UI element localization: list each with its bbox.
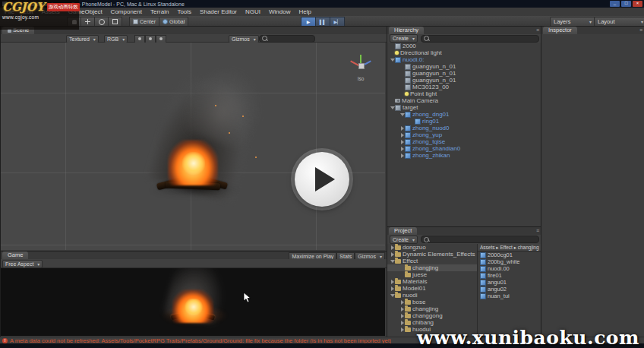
- disclosure-triangle-icon[interactable]: [390, 294, 395, 297]
- render-channel-dropdown[interactable]: RGB▾: [104, 35, 128, 43]
- scene-view-toolbar: Textured▾ RGB▾ Gizmos▾: [1, 34, 387, 43]
- project-folder[interactable]: Materials: [387, 278, 477, 285]
- hierarchy-item[interactable]: zhong_tqise: [387, 138, 541, 145]
- disclosure-triangle-icon[interactable]: [401, 321, 404, 325]
- hierarchy-item[interactable]: zhong_yup: [387, 131, 541, 138]
- asset-item[interactable]: nuan_tui: [478, 293, 541, 299]
- scene-orientation-gizmo[interactable]: Iso: [344, 52, 377, 85]
- menu-tools[interactable]: Tools: [177, 8, 191, 15]
- hierarchy-item[interactable]: target: [387, 104, 541, 111]
- disclosure-triangle-icon[interactable]: [390, 59, 395, 62]
- asset-item[interactable]: fire01: [478, 272, 541, 279]
- hierarchy-search-input[interactable]: [431, 36, 536, 41]
- project-folder[interactable]: Model01: [387, 285, 477, 292]
- disclosure-triangle-icon[interactable]: [391, 245, 394, 250]
- close-button[interactable]: ×: [633, 1, 642, 7]
- menu-help[interactable]: Help: [298, 8, 311, 15]
- disclosure-triangle-icon[interactable]: [400, 113, 405, 116]
- minimize-button[interactable]: _: [610, 1, 620, 7]
- aspect-ratio-dropdown[interactable]: Free Aspect▾: [2, 260, 43, 268]
- project-folder[interactable]: changjing: [387, 264, 477, 271]
- disclosure-triangle-icon[interactable]: [401, 126, 404, 131]
- hierarchy-create-button[interactable]: Create▾: [390, 34, 418, 43]
- project-folder[interactable]: Dynamic Elements_Effects: [387, 251, 477, 258]
- inspector-panel: Inspector ≡: [541, 26, 644, 338]
- disclosure-triangle-icon[interactable]: [390, 106, 395, 109]
- disclosure-triangle-icon[interactable]: [401, 140, 404, 144]
- menu-terrain[interactable]: Terrain: [150, 8, 169, 15]
- gizmo-center-cube-icon[interactable]: [358, 63, 365, 69]
- hierarchy-search-field[interactable]: [421, 35, 539, 43]
- menu-shader-editor[interactable]: Shader Editor: [200, 8, 237, 15]
- audio-toggle-button[interactable]: [145, 35, 156, 43]
- disclosure-triangle-icon[interactable]: [401, 300, 404, 305]
- disclosure-triangle-icon[interactable]: [401, 147, 404, 151]
- disclosure-triangle-icon[interactable]: [401, 327, 404, 332]
- scene-viewport[interactable]: Iso: [1, 43, 385, 250]
- menu-window[interactable]: Window: [269, 8, 290, 15]
- hierarchy-item[interactable]: Main Camera: [387, 97, 541, 104]
- disclosure-triangle-icon[interactable]: [401, 133, 404, 138]
- effects-toggle-button[interactable]: [156, 35, 166, 43]
- hierarchy-item[interactable]: ring01: [387, 118, 541, 125]
- project-folder[interactable]: juese: [387, 271, 477, 278]
- asset-item[interactable]: nuodi.00: [478, 265, 541, 272]
- hierarchy-item[interactable]: zhong_zhikan: [387, 152, 541, 159]
- hierarchy-item[interactable]: Directional light: [387, 49, 541, 56]
- panel-menu-icon[interactable]: ≡: [639, 27, 642, 33]
- scene-search-field[interactable]: [259, 35, 315, 43]
- scene-search-input[interactable]: [269, 36, 312, 41]
- maximize-button[interactable]: □: [621, 1, 631, 7]
- disclosure-triangle-icon[interactable]: [390, 260, 395, 263]
- asset-item[interactable]: 2000cg01: [478, 252, 541, 258]
- project-folder[interactable]: changjing: [387, 305, 477, 312]
- spark: [242, 115, 244, 117]
- project-folder[interactable]: changgong: [387, 312, 477, 319]
- project-search-field[interactable]: [421, 236, 539, 243]
- tab-hierarchy[interactable]: Hierarchy: [389, 27, 424, 34]
- project-folder[interactable]: dongzuo: [387, 244, 477, 251]
- panel-menu-icon[interactable]: ≡: [536, 27, 539, 33]
- menu-component[interactable]: Component: [111, 8, 142, 15]
- project-create-button[interactable]: Create▾: [390, 236, 418, 244]
- shading-mode-dropdown[interactable]: Textured▾: [66, 35, 99, 43]
- hierarchy-item[interactable]: guangyun_n_01: [387, 77, 541, 84]
- disclosure-triangle-icon[interactable]: [401, 153, 404, 158]
- project-folder[interactable]: chibang: [387, 319, 477, 326]
- dropdown-caret-icon: ▾: [589, 19, 592, 24]
- hierarchy-item[interactable]: zhong_shandian0: [387, 145, 541, 152]
- project-search-input[interactable]: [431, 237, 536, 242]
- gizmo-mode-label[interactable]: Iso: [344, 76, 377, 81]
- menu-ngui[interactable]: NGUI: [245, 8, 260, 15]
- dropdown-caret-icon: ▾: [37, 261, 39, 267]
- video-play-button[interactable]: [295, 152, 349, 207]
- hierarchy-item[interactable]: guangyun_n_01: [387, 70, 541, 77]
- hierarchy-item[interactable]: zhong_nuod0: [387, 125, 541, 131]
- disclosure-triangle-icon[interactable]: [391, 252, 394, 257]
- disclosure-triangle-icon[interactable]: [401, 307, 404, 312]
- tab-project[interactable]: Project: [389, 227, 417, 235]
- asset-item[interactable]: 200bg_white: [478, 258, 541, 265]
- hierarchy-item[interactable]: nuodi.0:: [387, 56, 541, 63]
- panel-menu-icon[interactable]: ≡: [536, 228, 539, 233]
- hierarchy-tree: 2000 Directional light nuodi.0: guangyun…: [387, 43, 541, 227]
- disclosure-triangle-icon[interactable]: [391, 286, 394, 291]
- asset-item[interactable]: angu02: [478, 286, 541, 293]
- hierarchy-item[interactable]: MC30123_00: [387, 84, 541, 90]
- hierarchy-item[interactable]: 2000: [387, 43, 541, 49]
- disclosure-triangle-icon[interactable]: [391, 280, 394, 284]
- hierarchy-item[interactable]: Point light: [387, 90, 541, 97]
- disclosure-triangle-icon[interactable]: [401, 314, 404, 318]
- game-viewport[interactable]: [1, 268, 385, 336]
- project-folder[interactable]: nuodi: [387, 292, 477, 299]
- lighting-toggle-button[interactable]: [134, 35, 145, 43]
- tab-inspector[interactable]: Inspector: [543, 27, 577, 34]
- asset-item[interactable]: angu01: [478, 279, 541, 286]
- hierarchy-item[interactable]: guangyun_n_01: [387, 63, 541, 70]
- project-folder[interactable]: Effect: [387, 258, 477, 264]
- scene-gizmos-dropdown[interactable]: Gizmos▾: [229, 35, 259, 43]
- hierarchy-item[interactable]: zhong_dng01: [387, 111, 541, 118]
- project-folder[interactable]: bose: [387, 299, 477, 305]
- tab-game[interactable]: Game: [2, 252, 28, 259]
- search-icon: [262, 36, 267, 41]
